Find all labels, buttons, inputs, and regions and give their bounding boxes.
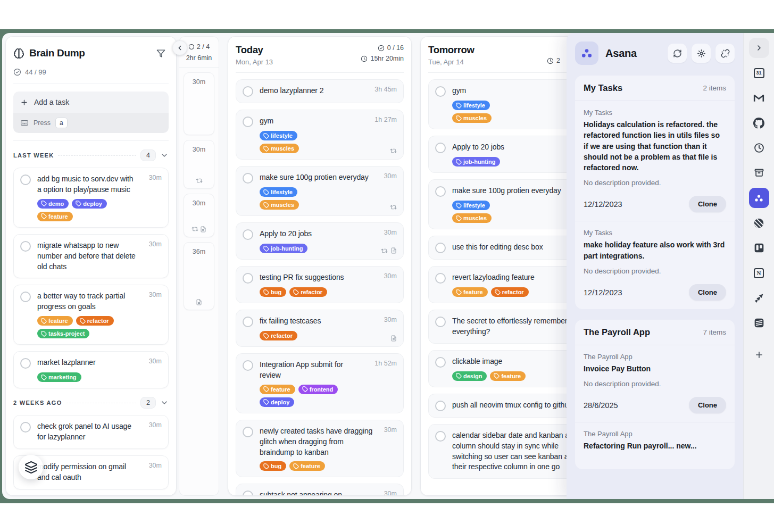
task-checkbox[interactable] bbox=[243, 173, 253, 184]
task-checkbox[interactable] bbox=[20, 174, 31, 185]
add-integration-button[interactable] bbox=[749, 345, 769, 365]
section-header-last-week[interactable]: LAST WEEK 4 bbox=[13, 149, 169, 161]
settings-button[interactable] bbox=[692, 44, 711, 63]
task-checkbox[interactable] bbox=[243, 86, 253, 97]
task-checkbox[interactable] bbox=[435, 143, 446, 153]
task-checkbox[interactable] bbox=[20, 241, 31, 252]
collapsed-task-card[interactable]: 30m bbox=[184, 140, 214, 189]
notion-icon[interactable]: N bbox=[749, 263, 769, 283]
task-checkbox[interactable] bbox=[20, 422, 31, 433]
task-title: migrate whatsapp to new number and befor… bbox=[37, 240, 139, 272]
task-checkbox[interactable] bbox=[243, 117, 253, 127]
layers-icon[interactable] bbox=[19, 455, 43, 479]
trello-icon[interactable] bbox=[749, 238, 769, 258]
today-column: Today Mon, Apr 13 0 / 16 15hr 20min bbox=[228, 36, 412, 496]
task-card[interactable]: Integration App submit for review 1h 52m… bbox=[236, 353, 404, 413]
task-card[interactable]: a better way to track partial progress o… bbox=[13, 285, 169, 345]
google-calendar-icon[interactable]: 31 bbox=[749, 63, 769, 83]
tag-deploy: deploy bbox=[260, 397, 294, 407]
task-checkbox[interactable] bbox=[435, 186, 446, 197]
task-meta-icons bbox=[192, 226, 206, 232]
last-week-task-list: add bg music to sorv.dev with a option t… bbox=[13, 168, 169, 388]
archive-icon[interactable] bbox=[749, 163, 769, 183]
collapse-panel-button[interactable] bbox=[749, 38, 769, 58]
clone-button[interactable]: Clone bbox=[689, 284, 726, 301]
task-checkbox[interactable] bbox=[435, 86, 446, 97]
app-window: Brain Dump 44 / 99 Add a task bbox=[2, 33, 774, 499]
asana-group-count: 2 items bbox=[703, 84, 726, 92]
collapsed-task-card[interactable]: 36m bbox=[184, 242, 214, 310]
linear-icon[interactable] bbox=[749, 213, 769, 233]
section-count-badge: 2 bbox=[140, 397, 156, 409]
repeat-icon bbox=[196, 177, 203, 184]
tag-muscles: muscles bbox=[260, 200, 299, 210]
task-checkbox[interactable] bbox=[435, 273, 446, 284]
task-card[interactable]: demo lazyplanner 2 3h 45m bbox=[236, 79, 404, 103]
clone-button[interactable]: Clone bbox=[689, 397, 726, 413]
task-checkbox[interactable] bbox=[435, 357, 446, 368]
task-checkbox[interactable] bbox=[243, 427, 253, 437]
collapsed-task-card[interactable]: 30m bbox=[184, 72, 214, 135]
task-meta-icons bbox=[390, 147, 397, 154]
task-checkbox[interactable] bbox=[243, 317, 253, 327]
note-icon bbox=[200, 226, 206, 232]
braindump-title: Brain Dump bbox=[29, 47, 148, 59]
task-checkbox[interactable] bbox=[243, 273, 253, 284]
task-tags: bugfeature bbox=[260, 461, 397, 471]
task-card[interactable]: fix failing testcases 30m refactor bbox=[236, 310, 404, 347]
tomorrow-duration: 2 bbox=[556, 57, 560, 64]
task-card[interactable]: Apply to 20 jobs 30m job-hunting bbox=[236, 222, 404, 260]
disconnect-button[interactable] bbox=[715, 44, 735, 63]
today-task-list: demo lazyplanner 2 3h 45m gym 1h 27m lif… bbox=[236, 79, 404, 496]
github-icon[interactable] bbox=[749, 113, 769, 133]
gmail-icon[interactable] bbox=[749, 88, 769, 108]
collapsed-day-column[interactable]: 2 / 4 2hr 6min 30m 30m 30m 36m bbox=[179, 36, 219, 496]
task-title: testing PR fix suggestions bbox=[260, 272, 374, 283]
task-card[interactable]: testing PR fix suggestions 30m bugrefact… bbox=[236, 266, 404, 303]
sync-button[interactable] bbox=[668, 44, 687, 63]
add-task-button[interactable]: Add a task bbox=[13, 92, 169, 113]
tag-frontend: frontend bbox=[298, 385, 338, 394]
task-card[interactable]: gym 1h 27m lifestylemuscles bbox=[236, 110, 404, 160]
asana-task-date: 12/12/2023 bbox=[584, 200, 622, 209]
task-checkbox[interactable] bbox=[435, 317, 446, 327]
task-checkbox[interactable] bbox=[243, 491, 253, 496]
task-card[interactable]: add bg music to sorv.dev with a option t… bbox=[13, 168, 169, 228]
task-checkbox[interactable] bbox=[243, 360, 253, 371]
clock-icon[interactable] bbox=[749, 138, 769, 158]
check-circle-icon bbox=[13, 68, 21, 76]
task-meta-icons bbox=[381, 247, 397, 254]
task-duration: 30m bbox=[193, 78, 205, 86]
chevron-down-icon[interactable] bbox=[160, 151, 169, 160]
task-title: check grok panel to AI usage for lazypla… bbox=[37, 421, 139, 443]
asana-icon[interactable] bbox=[749, 188, 769, 208]
task-card[interactable]: make sure 100g protien everyday 30m life… bbox=[236, 166, 404, 216]
todoist-icon[interactable] bbox=[749, 313, 769, 333]
task-checkbox[interactable] bbox=[243, 229, 253, 240]
tag-tasks-project: tasks-project bbox=[37, 329, 89, 338]
task-checkbox[interactable] bbox=[435, 401, 446, 411]
task-duration: 30m bbox=[149, 358, 162, 365]
filter-button[interactable] bbox=[153, 45, 169, 61]
task-tags: refactor bbox=[260, 331, 397, 340]
task-checkbox[interactable] bbox=[20, 358, 31, 369]
tag-deploy: deploy bbox=[72, 199, 106, 209]
task-checkbox[interactable] bbox=[435, 243, 446, 253]
task-card[interactable]: check grok panel to AI usage for lazypla… bbox=[13, 415, 169, 449]
asana-group-count: 7 items bbox=[703, 328, 726, 336]
collapse-column-button[interactable] bbox=[172, 40, 187, 55]
asana-group-my-tasks: My Tasks 2 items My Tasks Holidays calcu… bbox=[575, 76, 735, 309]
section-header-2-weeks-ago[interactable]: 2 WEEKS AGO 2 bbox=[13, 397, 169, 409]
chevron-down-icon[interactable] bbox=[160, 398, 169, 407]
task-checkbox[interactable] bbox=[20, 292, 31, 302]
task-card[interactable]: market lazplanner 30m marketing bbox=[13, 351, 169, 388]
task-card[interactable]: subtask not appearing on 30m bbox=[236, 484, 404, 496]
task-card[interactable]: migrate whatsapp to new number and befor… bbox=[13, 234, 169, 279]
clone-button[interactable]: Clone bbox=[689, 196, 726, 212]
collapsed-task-card[interactable]: 30m bbox=[184, 194, 214, 237]
section-divider bbox=[58, 155, 136, 156]
jira-icon[interactable] bbox=[749, 288, 769, 308]
tag-refactor: refactor bbox=[76, 316, 114, 326]
task-card[interactable]: newly created tasks have dragging glitch… bbox=[236, 420, 404, 478]
task-checkbox[interactable] bbox=[435, 431, 446, 442]
